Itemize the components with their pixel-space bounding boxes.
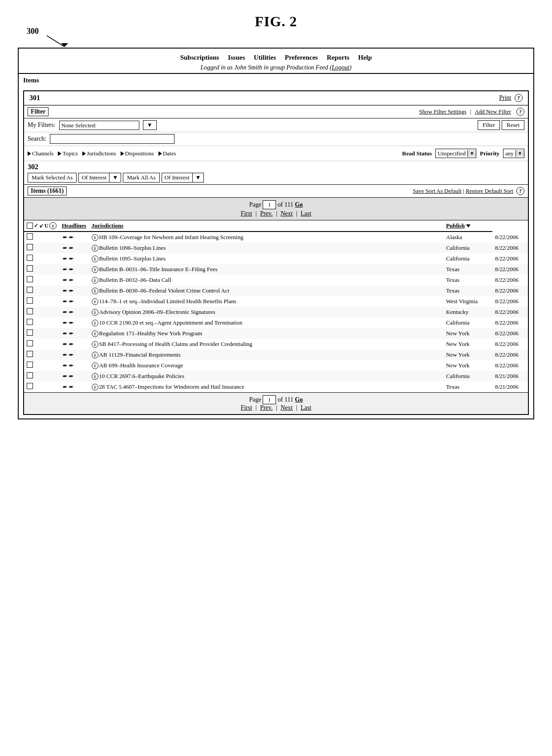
publish-sort-arrow-icon[interactable] bbox=[466, 224, 471, 228]
sort-help-icon[interactable]: ? bbox=[516, 187, 524, 195]
print-link[interactable]: Print bbox=[499, 94, 511, 101]
row-slash-icon-2[interactable]: ✒ bbox=[68, 309, 73, 316]
row-slash-icon-2[interactable]: ✒ bbox=[68, 330, 73, 337]
of-interest-1-arrow-icon[interactable]: ▼ bbox=[109, 173, 121, 182]
filter-help-icon[interactable]: ? bbox=[516, 108, 524, 116]
row-info-icon[interactable]: i bbox=[92, 373, 98, 380]
row-checkbox[interactable] bbox=[27, 244, 33, 250]
row-slash-icon-1[interactable]: ✒ bbox=[62, 266, 67, 273]
row-slash-icon-2[interactable]: ✒ bbox=[68, 266, 73, 273]
first-link-bottom[interactable]: First bbox=[241, 404, 252, 411]
row-slash-icon-2[interactable]: ✒ bbox=[68, 373, 73, 380]
row-info-icon[interactable]: i bbox=[92, 352, 98, 358]
row-slash-icon-2[interactable]: ✒ bbox=[68, 319, 73, 327]
row-headline-text[interactable]: Regulation 171–Healthy New York Program bbox=[99, 330, 202, 337]
row-info-icon[interactable]: i bbox=[92, 384, 98, 390]
row-slash-icon-2[interactable]: ✒ bbox=[68, 383, 73, 391]
of-interest-2-arrow-icon[interactable]: ▼ bbox=[192, 173, 204, 182]
row-info-icon[interactable]: i bbox=[92, 309, 98, 316]
row-info-icon[interactable]: i bbox=[92, 266, 98, 273]
row-slash-icon-1[interactable]: ✒ bbox=[62, 362, 67, 370]
show-filter-settings-link[interactable]: Show Filter Settings bbox=[419, 108, 467, 115]
row-slash-icon-1[interactable]: ✒ bbox=[62, 287, 67, 295]
row-info-icon[interactable]: i bbox=[92, 341, 98, 348]
dates-expand-btn[interactable]: Dates bbox=[158, 150, 176, 157]
row-info-icon[interactable]: i bbox=[92, 245, 98, 252]
row-info-icon[interactable]: i bbox=[92, 234, 98, 241]
row-slash-icon-2[interactable]: ✒ bbox=[68, 244, 73, 252]
row-slash-icon-2[interactable]: ✒ bbox=[68, 362, 73, 370]
row-info-icon[interactable]: i bbox=[92, 277, 98, 284]
dispositions-expand-btn[interactable]: Dispositions bbox=[121, 150, 154, 157]
restore-sort-link[interactable]: Restore Default Sort bbox=[466, 187, 513, 194]
prev-link-bottom[interactable]: Prev. bbox=[260, 404, 272, 411]
row-slash-icon-2[interactable]: ✒ bbox=[68, 341, 73, 348]
header-u-icon[interactable]: U bbox=[45, 223, 49, 229]
row-slash-icon-1[interactable]: ✒ bbox=[62, 341, 67, 348]
row-slash-icon-2[interactable]: ✒ bbox=[68, 255, 73, 263]
header-checkmark-icon[interactable]: ✓ bbox=[34, 223, 38, 229]
logout-link[interactable]: Logout bbox=[332, 64, 349, 71]
row-checkbox[interactable] bbox=[27, 340, 33, 346]
row-checkbox[interactable] bbox=[27, 308, 33, 314]
row-headline-text[interactable]: Bulletin B–0030–06–Federal Violent Crime… bbox=[99, 287, 230, 294]
menu-reports[interactable]: Reports bbox=[327, 54, 349, 61]
row-slash-icon-1[interactable]: ✒ bbox=[62, 244, 67, 252]
read-status-arrow-icon[interactable]: ▼ bbox=[467, 150, 476, 157]
row-slash-icon-2[interactable]: ✒ bbox=[68, 351, 73, 359]
row-headline-text[interactable]: Bulletin B–0032–06–Data Call bbox=[99, 276, 171, 283]
row-checkbox[interactable] bbox=[27, 351, 33, 357]
row-slash-icon-1[interactable]: ✒ bbox=[62, 255, 67, 263]
row-slash-icon-1[interactable]: ✒ bbox=[62, 309, 67, 316]
row-slash-icon-1[interactable]: ✒ bbox=[62, 351, 67, 359]
header-info-icon[interactable]: i bbox=[49, 222, 57, 229]
mark-all-as-button[interactable]: Mark All As bbox=[123, 173, 159, 183]
page-input-top[interactable] bbox=[263, 200, 276, 209]
row-checkbox[interactable] bbox=[27, 265, 33, 272]
page-input-bottom[interactable] bbox=[263, 395, 276, 404]
priority-arrow-icon[interactable]: ▼ bbox=[515, 150, 524, 157]
row-checkbox[interactable] bbox=[27, 297, 33, 304]
go-link-top[interactable]: Go bbox=[295, 201, 303, 208]
channels-expand-btn[interactable]: Channels bbox=[28, 150, 53, 157]
menu-subscriptions[interactable]: Subscriptions bbox=[180, 54, 219, 61]
row-slash-icon-1[interactable]: ✒ bbox=[62, 319, 67, 327]
next-link-bottom[interactable]: Next bbox=[280, 404, 292, 411]
read-status-select[interactable]: Unspecified bbox=[436, 149, 467, 158]
row-checkbox[interactable] bbox=[27, 329, 33, 336]
row-checkbox[interactable] bbox=[27, 372, 33, 378]
row-info-icon[interactable]: i bbox=[92, 288, 98, 294]
last-link-top[interactable]: Last bbox=[300, 210, 311, 217]
next-link-top[interactable]: Next bbox=[280, 210, 292, 217]
row-slash-icon-1[interactable]: ✒ bbox=[62, 373, 67, 380]
add-new-filter-link[interactable]: Add New Filter bbox=[475, 108, 511, 115]
menu-issues[interactable]: Issues bbox=[228, 54, 245, 61]
menu-help[interactable]: Help bbox=[358, 54, 372, 61]
row-checkbox[interactable] bbox=[27, 287, 33, 293]
menu-preferences[interactable]: Preferences bbox=[285, 54, 318, 61]
row-slash-icon-1[interactable]: ✒ bbox=[62, 276, 67, 284]
header-slash-icon[interactable]: ↙ bbox=[39, 223, 44, 229]
row-checkbox[interactable] bbox=[27, 362, 33, 368]
topics-expand-btn[interactable]: Topics bbox=[58, 150, 77, 157]
header-checkbox[interactable] bbox=[27, 223, 33, 229]
my-filters-select[interactable]: None Selected: bbox=[59, 121, 139, 130]
row-slash-icon-2[interactable]: ✒ bbox=[68, 276, 73, 284]
row-checkbox[interactable] bbox=[27, 319, 33, 325]
row-headline-text[interactable]: Bulletin B–0031–06–Title Insurance E–Fil… bbox=[99, 266, 218, 272]
print-help-icon[interactable]: ? bbox=[515, 94, 523, 102]
row-headline-text[interactable]: AB 699–Health Insurance Coverage bbox=[99, 362, 183, 369]
row-checkbox[interactable] bbox=[27, 233, 33, 240]
last-link-bottom[interactable]: Last bbox=[300, 404, 311, 411]
first-link-top[interactable]: First bbox=[241, 210, 252, 217]
jurisdictions-expand-btn[interactable]: Jurisdictions bbox=[82, 150, 116, 157]
row-headline-text[interactable]: Advisory Opinion 2006–09–Electronic Sign… bbox=[99, 309, 215, 315]
row-headline-text[interactable]: 28 TAC 5.4607–Inspections for Windstorm … bbox=[99, 383, 245, 390]
row-info-icon[interactable]: i bbox=[92, 330, 98, 337]
row-headline-text[interactable]: SB 8417–Processing of Health Claims and … bbox=[99, 341, 252, 347]
row-info-icon[interactable]: i bbox=[92, 298, 98, 305]
row-slash-icon-2[interactable]: ✒ bbox=[68, 287, 73, 295]
my-filters-dropdown-btn[interactable]: ▼ bbox=[143, 120, 157, 130]
search-input[interactable] bbox=[50, 134, 175, 144]
row-slash-icon-2[interactable]: ✒ bbox=[68, 234, 73, 241]
